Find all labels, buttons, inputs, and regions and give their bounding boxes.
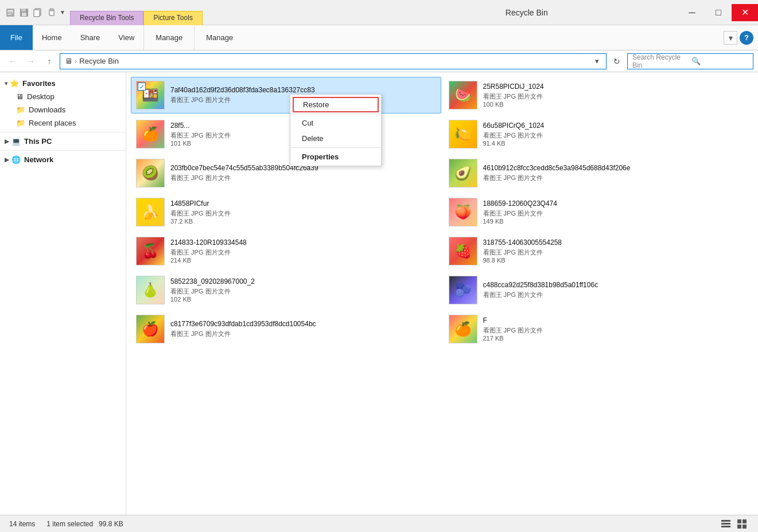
file-type-9: 看图王 JPG 图片文件 [170,248,436,257]
thispc-section: ▶ 💻 This PC [0,135,126,148]
network-arrow: ▶ [5,157,9,163]
file-item-6[interactable]: 🥑 4610b912c8fcc3cedd8c5e3a9845d688d43f20… [444,155,754,191]
svg-rect-10 [50,9,53,11]
search-placeholder: Search Recycle Bin [632,53,689,69]
file-name-13: c8177f3e6709c93dfdab1cd3953df8dcd10054bc [170,320,436,329]
path-dropdown[interactable]: ▾ [593,57,601,65]
up-button[interactable]: ↑ [41,53,57,69]
context-restore[interactable]: Restore [293,97,379,112]
file-size-14: 217 KB [483,335,749,342]
file-item-5[interactable]: 🥝 203fb0ce7bec54e74c55d55ab3389b504fc26a… [131,155,441,191]
favorites-header[interactable]: ▾ ⭐ Favorites [0,77,126,90]
save-icon[interactable] [18,7,30,18]
refresh-button[interactable]: ↻ [609,53,625,69]
file-name-14: F [483,316,749,326]
status-item-count: 14 items [9,520,35,528]
file-type-6: 看图王 JPG 图片文件 [483,174,749,182]
window-controls: ─ □ ✕ [679,0,758,25]
recycle-bin-tools-tab[interactable]: Recycle Bin Tools [70,11,144,25]
file-item-1[interactable]: ✓ 🍱 7af40ad162d9f2d36d08f3fda3ec8a136327… [131,77,441,114]
file-item-13[interactable]: 🍎 c8177f3e6709c93dfdab1cd3953df8dcd10054… [131,311,441,347]
context-properties[interactable]: Properties [290,149,381,165]
ribbon-manage-picture[interactable]: Manage [194,25,244,50]
file-item-3[interactable]: 🍊 28f5... 看图王 JPG 图片文件 101 KB [131,116,441,152]
file-item-8[interactable]: 🍑 188659-12060Q23Q474 看图王 JPG 图片文件 149 K… [444,194,754,230]
svg-rect-13 [721,526,730,527]
file-type-7: 看图王 JPG 图片文件 [170,209,436,218]
minimize-button[interactable]: ─ [679,4,705,21]
file-item-7[interactable]: 🍌 14858PICfur 看图王 JPG 图片文件 37.2 KB [131,194,441,230]
sidebar-item-downloads[interactable]: 📁 Downloads [0,103,126,116]
svg-rect-1 [7,10,13,11]
address-bar: ← → ↑ 🖥 › Recycle Bin ▾ ↻ Search Recycle… [0,50,758,72]
file-thumb-7: 🍌 [136,198,165,226]
favorites-label: Favorites [22,79,56,88]
file-size-11: 102 KB [170,296,436,303]
context-delete[interactable]: Delete [290,131,381,146]
file-item-11[interactable]: 🍐 5852238_092028967000_2 看图王 JPG 图片文件 10… [131,272,441,308]
file-type-2: 看图王 JPG 图片文件 [483,92,749,101]
file-name-9: 214833-120R109334548 [170,238,436,248]
file-checkbox-1[interactable]: ✓ [138,83,146,91]
file-item-14[interactable]: 🍊 F 看图王 JPG 图片文件 217 KB [444,311,754,347]
paste-icon[interactable] [46,7,57,18]
ribbon-manage-recycle[interactable]: Manage [143,25,194,50]
file-name-2: 25R58PICDiJ_1024 [483,83,749,92]
sidebar-divider-2 [0,150,126,151]
thispc-header[interactable]: ▶ 💻 This PC [0,135,126,148]
file-item-10[interactable]: 🍓 318755-14063005554258 看图王 JPG 图片文件 98.… [444,233,754,269]
svg-rect-2 [7,13,13,13]
search-box[interactable]: Search Recycle Bin 🔍 [627,53,753,69]
close-button[interactable]: ✕ [732,4,758,21]
thispc-label: This PC [24,137,52,146]
file-menu-button[interactable]: File [0,25,33,50]
file-item-12[interactable]: 🫐 c488cca92d25f8d381b98d5a01ff106c 看图王 J… [444,272,754,308]
forward-button[interactable]: → [23,53,39,69]
file-name-1: 7af40ad162d9f2d36d08f3fda3ec8a136327cc83 [170,86,436,95]
large-icons-view-button[interactable] [735,517,749,531]
quick-access-dropdown[interactable]: ▼ [60,9,65,15]
file-item-2[interactable]: 🍉 25R58PICDiJ_1024 看图王 JPG 图片文件 100 KB [444,77,754,114]
file-info-12: c488cca92d25f8d381b98d5a01ff106c 看图王 JPG… [483,281,749,300]
file-grid: ✓ 🍱 7af40ad162d9f2d36d08f3fda3ec8a136327… [131,77,753,347]
file-type-10: 看图王 JPG 图片文件 [483,248,749,257]
sidebar-item-desktop[interactable]: 🖥 Desktop [0,90,126,103]
file-item-9[interactable]: 🍒 214833-120R109334548 看图王 JPG 图片文件 214 … [131,233,441,269]
file-thumb-4: 🍋 [449,120,477,148]
ribbon-home-tab[interactable]: Home [33,25,71,50]
desktop-label: Desktop [27,92,55,101]
svg-rect-17 [743,525,747,529]
file-type-5: 看图王 JPG 图片文件 [170,174,436,182]
file-content: ✓ 🍱 7af40ad162d9f2d36d08f3fda3ec8a136327… [126,72,758,515]
app-icon [5,7,16,18]
details-view-button[interactable] [719,517,733,531]
picture-tools-tab[interactable]: Picture Tools [143,11,202,25]
network-section: ▶ 🌐 Network [0,153,126,166]
context-cut[interactable]: Cut [290,115,381,131]
ribbon: File Home Share View Manage Manage ▾ ? [0,25,758,50]
file-item-4[interactable]: 🍋 66u58PICrQ6_1024 看图王 JPG 图片文件 91.4 KB [444,116,754,152]
network-header[interactable]: ▶ 🌐 Network [0,153,126,166]
path-icon: 🖥 [65,57,72,65]
file-info-8: 188659-12060Q23Q474 看图王 JPG 图片文件 149 KB [483,200,749,225]
copy-icon[interactable] [32,7,44,18]
file-thumb-8: 🍑 [449,198,477,226]
file-type-8: 看图王 JPG 图片文件 [483,209,749,218]
svg-rect-8 [34,10,40,17]
title-bar: ▼ Recycle Bin Tools Picture Tools Recycl… [0,0,758,25]
ribbon-view-tab[interactable]: View [109,25,143,50]
file-thumb-10: 🍓 [449,237,477,265]
recent-icon: 📁 [16,119,25,127]
network-label: Network [24,155,53,164]
back-button[interactable]: ← [5,53,21,69]
file-type-11: 看图王 JPG 图片文件 [170,287,436,296]
ribbon-share-tab[interactable]: Share [71,25,110,50]
ribbon-collapse-button[interactable]: ▾ [724,31,737,45]
help-button[interactable]: ? [740,31,753,45]
svg-rect-14 [737,519,741,523]
search-icon: 🔍 [691,57,748,65]
sidebar-item-recent[interactable]: 📁 Recent places [0,116,126,130]
address-path[interactable]: 🖥 › Recycle Bin ▾ [60,53,607,69]
maximize-button[interactable]: □ [705,4,732,21]
file-thumb-2: 🍉 [449,81,477,109]
